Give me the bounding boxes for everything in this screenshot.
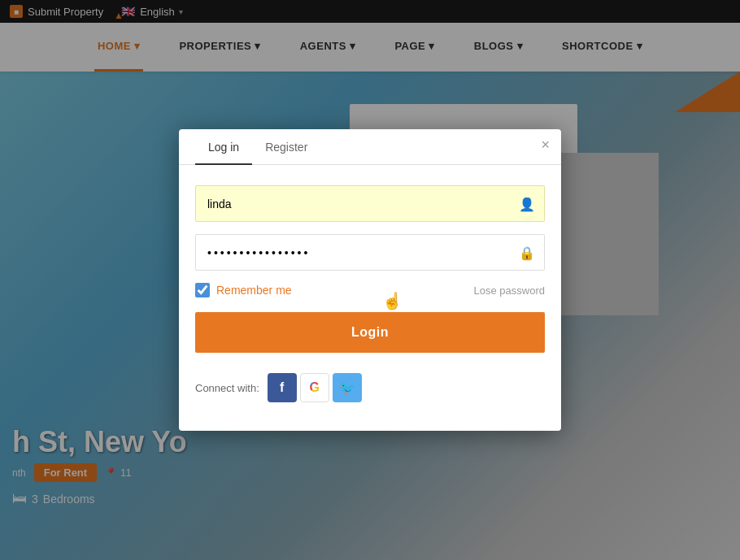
google-login-button[interactable]: G [300,373,329,402]
login-button[interactable]: Login [195,312,545,353]
remember-left: Remember me ☝ [195,283,292,297]
social-section: Connect with: f G 🐦 [179,361,561,406]
username-field: 👤 [195,185,545,222]
facebook-login-button[interactable]: f [268,373,297,402]
user-icon: 👤 [519,196,535,211]
login-modal: × Log in Register 👤 🔒 [179,129,561,431]
password-input[interactable] [195,234,545,271]
remember-checkbox[interactable] [195,283,210,297]
lock-icon: 🔒 [519,245,535,260]
social-icons: f G 🐦 [268,373,362,402]
tab-login[interactable]: Log in [195,129,252,165]
lose-password-link[interactable]: Lose password [474,284,545,297]
connect-with-label: Connect with: [195,382,259,394]
cursor-icon: ☝ [382,291,403,310]
remember-row: Remember me ☝ Lose password [195,283,545,297]
twitter-login-button[interactable]: 🐦 [333,373,362,402]
google-icon: G [310,380,320,395]
modal-close-button[interactable]: × [541,137,550,152]
modal-body: 👤 🔒 Remember me ☝ Lose password Login [179,165,561,361]
remember-label[interactable]: Remember me [216,284,292,297]
modal-tabs: Log in Register [179,129,561,165]
password-field: 🔒 [195,234,545,271]
tab-register[interactable]: Register [252,129,320,165]
username-input[interactable] [195,185,545,222]
modal-overlay: × Log in Register 👤 🔒 [0,0,740,560]
facebook-icon: f [280,380,284,395]
twitter-icon: 🐦 [339,380,355,396]
